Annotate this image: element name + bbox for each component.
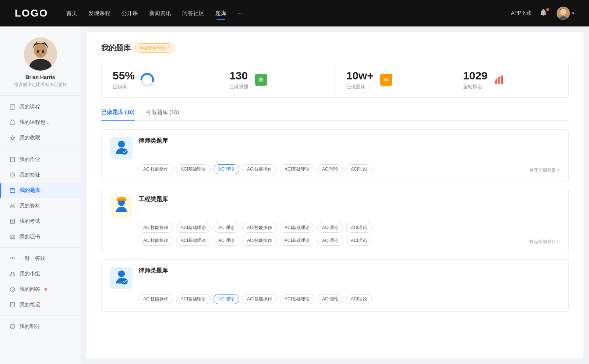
question-icon: ?: [9, 172, 16, 178]
homework-icon: [9, 156, 16, 163]
nav-qa[interactable]: 问答社区: [182, 8, 204, 18]
tag-2-r2-4[interactable]: ACI基础理论: [280, 236, 314, 246]
tag-3-2[interactable]: ACI理论: [214, 294, 239, 304]
tag-2-0[interactable]: ACI技能操作: [138, 223, 173, 233]
sidebar-item-group[interactable]: 我的小组: [0, 266, 81, 282]
qbank-title-1: 律师类题库: [138, 137, 168, 145]
tag-1-3[interactable]: ACI技能操作: [242, 164, 277, 174]
profile-avatar: [24, 38, 57, 71]
sidebar-item-exam[interactable]: 我的考试: [0, 214, 81, 229]
tag-1-0[interactable]: ACI技能操作: [138, 164, 173, 174]
sidebar-item-course[interactable]: 我的课程: [0, 99, 81, 115]
nav-home[interactable]: 首页: [66, 8, 77, 18]
tag-2-6[interactable]: ACI理论: [346, 223, 372, 233]
bank-icon: [9, 187, 16, 194]
qbank-title-text-1: 律师类题库: [138, 137, 168, 145]
sidebar-item-homework[interactable]: 我的作业: [0, 152, 81, 167]
qbank-avatar-2: [110, 196, 133, 218]
tag-3-3[interactable]: ACI技能操作: [242, 294, 277, 304]
tag-1-5[interactable]: ACI理论: [317, 164, 343, 174]
profile-name: Brian Harris: [25, 74, 55, 80]
nav-news[interactable]: 新闻资讯: [149, 8, 171, 18]
tag-3-5[interactable]: ACI理论: [317, 294, 343, 304]
sidebar-item-points[interactable]: 积 我的积分: [0, 319, 81, 334]
qbank-title-text-3: 律师类题库: [138, 267, 168, 275]
sidebar-item-cert[interactable]: 我的证书: [0, 229, 81, 245]
trial-badge: 体验剩余23天！: [135, 43, 174, 53]
tag-2-r2-3[interactable]: ACI技能操作: [242, 236, 277, 246]
svg-rect-50: [498, 78, 500, 84]
tag-2-r2-6[interactable]: ACI理论: [346, 236, 372, 246]
sidebar-item-myqa[interactable]: ? 我的问答: [0, 282, 81, 297]
tag-1-2[interactable]: ACI理论: [214, 164, 239, 174]
tag-1-4[interactable]: ACI基础理论: [280, 164, 314, 174]
notification-bell[interactable]: [539, 8, 549, 18]
app-download-link[interactable]: APP下载: [511, 10, 532, 17]
qbank-item-lawyer-2: 律师类题库 ACI技能操作 ACI基础理论 ACI理论 ACI技能操作 ACI基…: [101, 259, 569, 312]
tab-done[interactable]: 已做题库 (10): [101, 109, 135, 120]
tag-2-3[interactable]: ACI技能操作: [242, 223, 277, 233]
tag-2-5[interactable]: ACI理论: [317, 223, 343, 233]
svg-point-4: [34, 43, 47, 58]
tag-2-r2-0[interactable]: ACI技能操作: [138, 236, 173, 246]
tag-2-r2-2[interactable]: ACI理论: [214, 236, 239, 246]
sidebar-label-myqa: 我的问答: [20, 286, 40, 293]
main-nav: 首页 发现课程 公开课 新闻资讯 问答社区 题库 ···: [66, 8, 496, 18]
svg-text:?: ?: [12, 174, 14, 177]
svg-point-32: [13, 273, 15, 274]
exam-icon: [9, 218, 16, 225]
sidebar-item-profile[interactable]: 我的资料: [0, 198, 81, 214]
page-title-row: 我的题库 体验剩余23天！: [101, 43, 569, 53]
tag-2-4[interactable]: ACI基础理论: [280, 223, 314, 233]
sidebar-label-notes: 我的笔记: [20, 301, 40, 308]
svg-rect-19: [10, 189, 15, 193]
qbank-header-1: 律师类题库: [110, 137, 560, 159]
stat-done-banks: 10w+ 已做题库: [335, 62, 452, 97]
qbank-title-2: 工程类题库: [138, 196, 168, 203]
tag-3-1[interactable]: ACI基础理论: [176, 294, 211, 304]
tag-2-2[interactable]: ACI理论: [214, 223, 239, 233]
sidebar-label-cert: 我的证书: [20, 233, 40, 240]
tag-3-4[interactable]: ACI基础理论: [280, 294, 314, 304]
sidebar-item-qa[interactable]: ? 我的答疑: [0, 167, 81, 183]
tag-2-1[interactable]: ACI基础理论: [176, 223, 211, 233]
expand-link-1[interactable]: 展开全部科目 >: [375, 167, 560, 174]
cert-icon: [9, 233, 16, 240]
stat-accuracy-text: 55% 正确率: [113, 69, 135, 90]
sidebar-label-points: 我的积分: [20, 323, 40, 330]
sidebar-item-tutor[interactable]: 一对一答疑: [0, 251, 81, 266]
tag-2-r2-1[interactable]: ACI基础理论: [176, 236, 211, 246]
myqa-dot: [45, 288, 47, 290]
nav-courses[interactable]: 发现课程: [88, 8, 110, 18]
star-icon: [9, 135, 16, 141]
profile-icon: [9, 203, 16, 209]
svg-point-53: [498, 77, 500, 78]
tab-available[interactable]: 可做题库 (10): [146, 109, 179, 120]
nav-more[interactable]: ···: [237, 8, 242, 18]
tag-1-6[interactable]: ACI理论: [346, 164, 372, 174]
sidebar-label-exam: 我的考试: [20, 218, 40, 225]
sidebar-item-favorites[interactable]: 我的收藏: [0, 130, 81, 146]
tag-1-1[interactable]: ACI基础理论: [176, 164, 211, 174]
tag-3-0[interactable]: ACI技能操作: [138, 294, 173, 304]
sidebar-item-notes[interactable]: 我的笔记: [0, 297, 81, 313]
stat-done-q-text: 130 已做试题: [229, 69, 248, 90]
svg-point-31: [10, 273, 11, 274]
tag-3-6[interactable]: ACI理论: [346, 294, 372, 304]
group-icon: [9, 271, 16, 277]
nav-open[interactable]: 公开课: [121, 8, 138, 18]
user-avatar-dropdown[interactable]: ▾: [557, 7, 574, 20]
svg-point-65: [118, 270, 125, 277]
svg-rect-51: [501, 77, 503, 84]
svg-marker-13: [10, 136, 15, 140]
sidebar-item-package[interactable]: 我的课程包...: [0, 115, 81, 130]
collapse-link-2[interactable]: 收起全部科目 >: [375, 239, 560, 246]
notification-dot: [546, 8, 549, 11]
stat-done-q-value: 130: [229, 69, 248, 82]
tag-2-r2-5[interactable]: ACI理论: [317, 236, 343, 246]
banks-icon: [379, 72, 394, 87]
notes-icon: [9, 301, 16, 308]
sidebar-item-bank[interactable]: 我的题库: [0, 183, 81, 198]
sidebar-label-profile: 我的资料: [20, 203, 40, 209]
nav-bank[interactable]: 题库: [215, 8, 226, 18]
